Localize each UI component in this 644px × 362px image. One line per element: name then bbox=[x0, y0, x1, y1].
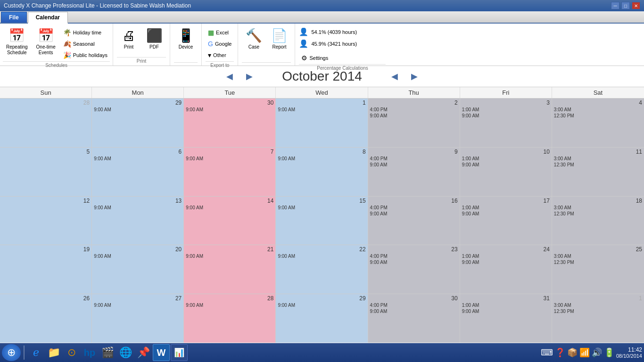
ribbon-group-export: ▦ Excel G Google ▾ Other Export to bbox=[202, 24, 238, 66]
taskbar-custody[interactable]: 📊 bbox=[171, 344, 188, 361]
day-header-sat: Sat bbox=[552, 87, 644, 98]
close-button[interactable]: ✕ bbox=[632, 2, 640, 9]
day-cell[interactable]: 209:00 AM bbox=[92, 245, 184, 294]
day-cell[interactable]: 164:00 PM9:00 AM bbox=[368, 197, 460, 245]
excel-button[interactable]: ▦ Excel bbox=[206, 27, 234, 38]
day-cell[interactable]: 279:00 AM bbox=[92, 294, 184, 343]
day-cell[interactable]: 19 bbox=[0, 245, 92, 294]
device-icon: 📱 bbox=[178, 28, 194, 43]
time-entry: 9:00 AM bbox=[186, 303, 273, 308]
tab-file[interactable]: File bbox=[1, 12, 27, 23]
case-button[interactable]: 🔨 Case bbox=[242, 25, 265, 52]
taskbar-chrome[interactable]: 🌐 bbox=[117, 344, 134, 361]
time-entry: 9:00 AM bbox=[186, 205, 273, 210]
day-number: 26 bbox=[2, 295, 90, 302]
device-button[interactable]: 📱 Device bbox=[174, 25, 198, 52]
other-export-button[interactable]: ▾ Other bbox=[206, 50, 234, 60]
day-cell[interactable]: 5 bbox=[0, 148, 92, 196]
day-cell[interactable]: 159:00 AM bbox=[276, 197, 368, 245]
day-cell[interactable]: 311:00 AM9:00 AM bbox=[460, 294, 552, 343]
ribbon: 📅 RepeatingSchedule 📅 One-timeEvents 🌴 H… bbox=[0, 24, 644, 66]
day-number: 17 bbox=[462, 197, 550, 204]
taskbar-ie[interactable]: ℯ bbox=[27, 344, 44, 361]
time-entry: 9:00 AM bbox=[278, 156, 365, 161]
next-button-left[interactable]: ▶ bbox=[243, 70, 256, 82]
day-cell[interactable]: 149:00 AM bbox=[184, 197, 276, 245]
print-button[interactable]: 🖨 Print bbox=[117, 25, 140, 52]
day-cell[interactable]: 253:00 AM12:30 PM bbox=[552, 245, 644, 294]
week-row-3: 19209:00 AM219:00 AM229:00 AM234:00 PM9:… bbox=[0, 245, 644, 294]
taskbar-media[interactable]: ⊙ bbox=[63, 344, 80, 361]
repeating-schedule-button[interactable]: 📅 RepeatingSchedule bbox=[3, 25, 31, 58]
weeks-container: 28299:00 AM309:00 AM19:00 AM24:00 PM9:00… bbox=[0, 99, 644, 343]
day-cell[interactable]: 139:00 AM bbox=[92, 197, 184, 245]
day-cell[interactable]: 289:00 AM bbox=[184, 294, 276, 343]
day-number: 18 bbox=[554, 197, 642, 204]
day-cell[interactable]: 79:00 AM bbox=[184, 148, 276, 196]
next-button-right[interactable]: ▶ bbox=[408, 70, 421, 82]
day-cell[interactable]: 31:00 AM9:00 AM bbox=[460, 99, 552, 147]
one-time-events-button[interactable]: 📅 One-timeEvents bbox=[33, 25, 59, 58]
time-entry: 9:00 AM bbox=[186, 156, 273, 161]
settings-button[interactable]: ⚙ Settings bbox=[299, 53, 357, 63]
report-button[interactable]: 📄 Report bbox=[267, 25, 291, 52]
day-cell[interactable]: 299:00 AM bbox=[276, 294, 368, 343]
day-number: 20 bbox=[94, 246, 182, 253]
day-cell[interactable]: 69:00 AM bbox=[92, 148, 184, 196]
taskbar-hp[interactable]: hp bbox=[81, 344, 98, 361]
taskbar-sticky[interactable]: 📌 bbox=[135, 344, 152, 361]
day-cell[interactable]: 28 bbox=[0, 99, 92, 147]
day-cell[interactable]: 101:00 AM9:00 AM bbox=[460, 148, 552, 196]
day-cell[interactable]: 171:00 AM9:00 AM bbox=[460, 197, 552, 245]
ribbon-group-device: 📱 Device bbox=[170, 24, 202, 66]
day-cell[interactable]: 219:00 AM bbox=[184, 245, 276, 294]
google-button[interactable]: G Google bbox=[206, 39, 234, 49]
day-cell[interactable]: 24:00 PM9:00 AM bbox=[368, 99, 460, 147]
window-controls: ─ □ ✕ bbox=[611, 2, 640, 9]
taskbar-word[interactable]: W bbox=[153, 344, 170, 361]
day-cell[interactable]: 234:00 PM9:00 AM bbox=[368, 245, 460, 294]
day-number: 25 bbox=[554, 246, 642, 253]
day-cell[interactable]: 13:00 AM12:30 PM bbox=[552, 294, 644, 343]
settings-icon: ⚙ bbox=[301, 54, 307, 62]
day-number: 2 bbox=[370, 99, 458, 106]
day-cell[interactable]: 89:00 AM bbox=[276, 148, 368, 196]
time-entry: 9:00 AM bbox=[94, 205, 182, 210]
device-group-label bbox=[174, 62, 198, 64]
day-cell[interactable]: 183:00 AM12:30 PM bbox=[552, 197, 644, 245]
prev-button[interactable]: ◀ bbox=[223, 70, 236, 82]
other-export-icon: ▾ bbox=[208, 51, 211, 59]
day-number: 28 bbox=[2, 99, 90, 106]
day-cell[interactable]: 19:00 AM bbox=[276, 99, 368, 147]
dropbox-icon: 📦 bbox=[567, 347, 578, 358]
minimize-button[interactable]: ─ bbox=[611, 2, 619, 9]
public-holidays-icon: 🎉 bbox=[63, 51, 71, 59]
public-holidays-button[interactable]: 🎉 Public holidays bbox=[61, 50, 110, 60]
time-entry: 4:00 PM bbox=[370, 254, 458, 259]
day-cell[interactable]: 113:00 AM12:30 PM bbox=[552, 148, 644, 196]
taskbar-camtasia[interactable]: 🎬 bbox=[99, 344, 116, 361]
day-headers: SunMonTueWedThuFriSat bbox=[0, 87, 644, 99]
time-entry: 9:00 AM bbox=[370, 211, 458, 216]
day-cell[interactable]: 94:00 PM9:00 AM bbox=[368, 148, 460, 196]
day-cell[interactable]: 26 bbox=[0, 294, 92, 343]
tab-calendar[interactable]: Calendar bbox=[28, 12, 68, 24]
person-icon-1: 👤 bbox=[299, 27, 308, 36]
day-cell[interactable]: 43:00 AM12:30 PM bbox=[552, 99, 644, 147]
day-cell[interactable]: 304:00 PM9:00 AM bbox=[368, 294, 460, 343]
start-button[interactable]: ⊕ bbox=[2, 344, 21, 361]
holiday-time-button[interactable]: 🌴 Holiday time bbox=[61, 27, 110, 38]
pdf-button[interactable]: ⬛ PDF bbox=[142, 25, 166, 52]
google-icon: G bbox=[208, 40, 213, 48]
day-number: 30 bbox=[186, 99, 273, 106]
seasonal-button[interactable]: 🍂 Seasonal bbox=[61, 39, 110, 49]
day-cell[interactable]: 12 bbox=[0, 197, 92, 245]
maximize-button[interactable]: □ bbox=[621, 2, 630, 9]
prev-button-right[interactable]: ◀ bbox=[388, 70, 401, 82]
day-cell[interactable]: 241:00 AM9:00 AM bbox=[460, 245, 552, 294]
taskbar-explorer[interactable]: 📁 bbox=[45, 344, 62, 361]
day-cell[interactable]: 299:00 AM bbox=[92, 99, 184, 147]
day-cell[interactable]: 229:00 AM bbox=[276, 245, 368, 294]
day-cell[interactable]: 309:00 AM bbox=[184, 99, 276, 147]
time-entry: 1:00 AM bbox=[462, 303, 550, 308]
